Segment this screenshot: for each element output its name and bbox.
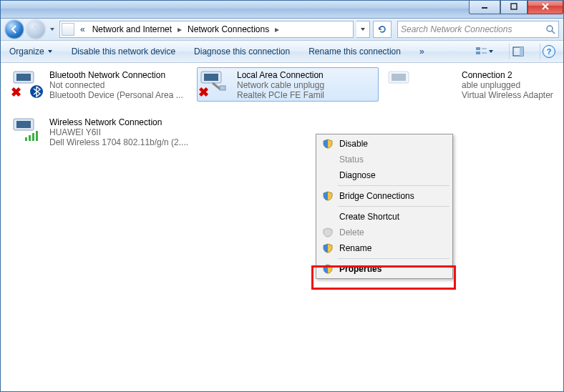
help-icon: ?: [543, 45, 555, 58]
connection-status: Network cable unplugg: [237, 80, 324, 90]
nav-history-dropdown[interactable]: [48, 22, 57, 36]
connection-device: Dell Wireless 1704 802.11b/g/n (2....: [49, 137, 188, 147]
connection-text: Connection 2 able unplugged Virtual Wire…: [424, 69, 553, 100]
svg-rect-19: [16, 121, 31, 128]
window-buttons: [469, 0, 563, 14]
connection-name: Local Area Connection: [237, 70, 324, 80]
svg-rect-5: [476, 52, 480, 54]
connection-device: Realtek PCIe FE Famil: [237, 90, 324, 100]
disable-device-button[interactable]: Disable this network device: [69, 45, 178, 58]
connection-text: Bluetooth Network Connection Not connect…: [49, 69, 183, 100]
connection-item-wireless[interactable]: Wireless Network Connection HUAWEI Y6II …: [9, 114, 191, 149]
rename-connection-button[interactable]: Rename this connection: [306, 45, 404, 58]
address-dropdown-button[interactable]: [356, 21, 370, 38]
bluetooth-icon: [29, 84, 58, 110]
preview-pane-button[interactable]: [509, 44, 527, 59]
preview-pane-icon: [512, 46, 524, 57]
chevron-right-icon[interactable]: ▸: [273, 24, 281, 34]
forward-button[interactable]: [26, 20, 45, 39]
menu-item-bridge[interactable]: Bridge Connections: [318, 188, 451, 204]
menu-separator: [338, 258, 449, 259]
svg-rect-17: [392, 74, 406, 81]
wifi-adapter-icon: [11, 116, 45, 147]
signal-bars-icon: [25, 130, 54, 156]
menu-label: Status: [339, 155, 364, 165]
chevron-down-icon: [488, 49, 494, 54]
svg-line-3: [552, 31, 555, 34]
breadcrumb-seg-1[interactable]: Network and Internet: [89, 23, 175, 36]
help-button[interactable]: ?: [540, 44, 558, 59]
diagnose-label: Diagnose this connection: [194, 46, 290, 57]
connection-item-bluetooth[interactable]: ✖ Bluetooth Network Connection Not conne…: [9, 67, 191, 102]
title-bar: [1, 1, 563, 19]
svg-rect-21: [29, 135, 31, 141]
menu-separator: [338, 185, 449, 186]
menu-separator: [338, 206, 449, 207]
connection-name: Connection 2: [462, 70, 553, 80]
view-icon: [475, 46, 488, 57]
breadcrumb-seg-2[interactable]: Network Connections: [185, 23, 272, 36]
refresh-button[interactable]: [373, 21, 392, 38]
menu-label: Disable: [339, 139, 368, 149]
maximize-icon: [510, 3, 517, 10]
menu-label: Rename: [339, 243, 371, 253]
shield-icon: [322, 242, 334, 254]
close-button[interactable]: [527, 0, 563, 14]
svg-rect-23: [36, 131, 38, 141]
forward-arrow-icon: [31, 24, 41, 34]
connection-text: Wireless Network Connection HUAWEI Y6II …: [49, 116, 188, 147]
diagnose-connection-button[interactable]: Diagnose this connection: [191, 45, 293, 58]
ethernet-adapter-icon: ✖: [198, 69, 233, 100]
adapter-icon: [386, 69, 420, 100]
svg-rect-11: [16, 74, 31, 81]
svg-rect-1: [511, 4, 517, 9]
connection-item-local-area[interactable]: ✖ Local Area Connection Network cable un…: [197, 67, 379, 102]
menu-item-disable[interactable]: Disable: [318, 136, 451, 152]
chevron-down-icon: [360, 26, 366, 32]
connection-status: Not connected: [49, 80, 183, 90]
chevron-down-icon: [49, 26, 55, 32]
connection-name: Wireless Network Connection: [49, 117, 188, 127]
svg-rect-14: [204, 74, 218, 81]
chevron-right-icon[interactable]: ▸: [176, 24, 183, 34]
connection-status: HUAWEI Y6II: [49, 127, 188, 137]
menu-label: Delete: [339, 227, 364, 237]
menu-item-rename[interactable]: Rename: [318, 240, 451, 256]
connection-status: able unplugged: [462, 80, 553, 90]
back-arrow-icon: [9, 24, 19, 34]
shield-icon: [322, 190, 334, 202]
context-menu: Disable Status Diagnose Bridge Connectio…: [316, 134, 453, 279]
bluetooth-adapter-icon: ✖: [11, 69, 45, 100]
disable-label: Disable this network device: [72, 46, 175, 57]
view-mode-button[interactable]: [473, 45, 496, 58]
address-bar[interactable]: « Network and Internet ▸ Network Connect…: [59, 21, 354, 38]
connection-name: Bluetooth Network Connection: [49, 70, 183, 80]
maximize-button[interactable]: [500, 0, 527, 14]
connection-item-virtual[interactable]: Connection 2 able unplugged Virtual Wire…: [384, 67, 563, 102]
svg-point-2: [547, 26, 553, 31]
menu-item-diagnose[interactable]: Diagnose: [318, 167, 451, 183]
refresh-icon: [377, 24, 387, 34]
command-bar: Organize Disable this network device Dia…: [1, 41, 563, 63]
content-area: ✖ Bluetooth Network Connection Not conne…: [1, 63, 563, 392]
minimize-button[interactable]: [469, 0, 500, 14]
menu-label: Properties: [339, 264, 381, 274]
shield-icon: [322, 138, 334, 150]
shield-icon: [322, 227, 334, 238]
menu-item-properties[interactable]: Properties: [318, 261, 451, 277]
more-commands-button[interactable]: »: [417, 45, 427, 58]
back-button[interactable]: [5, 20, 24, 39]
disconnected-x-icon: ✖: [198, 84, 209, 100]
menu-item-create-shortcut[interactable]: Create Shortcut: [318, 209, 451, 225]
connection-device: Virtual Wireless Adapter: [462, 90, 553, 100]
breadcrumb-root[interactable]: «: [77, 24, 88, 34]
rename-label: Rename this connection: [308, 46, 401, 57]
svg-rect-9: [520, 47, 523, 56]
organize-button[interactable]: Organize: [6, 45, 56, 58]
svg-rect-20: [25, 137, 27, 141]
shield-icon: [322, 263, 334, 275]
search-icon: [545, 24, 555, 34]
search-input[interactable]: Search Network Connections: [397, 21, 559, 38]
menu-item-delete: Delete: [318, 225, 451, 240]
close-icon: [541, 3, 550, 10]
